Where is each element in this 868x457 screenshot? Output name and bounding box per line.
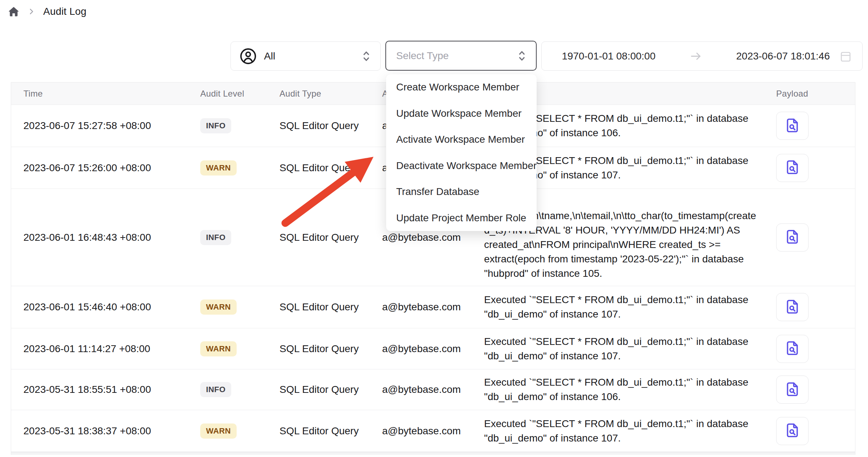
type-dropdown-option[interactable]: Deactivate Workspace Member xyxy=(386,153,537,179)
file-search-icon xyxy=(784,422,801,440)
payload-view-button[interactable] xyxy=(776,112,809,140)
page-title: Audit Log xyxy=(43,6,86,17)
level-badge: WARN xyxy=(200,300,237,315)
cell-audit-type: SQL Editor Query xyxy=(279,343,382,355)
table-row: 2023-05-31 18:38:37 +08:00 WARN SQL Edit… xyxy=(11,410,855,452)
cell-comment: Executed `"SELECT * FROM db_ui_demo.t1;"… xyxy=(484,417,765,445)
cell-comment: Executed `"SELECT * FROM db_ui_demo.t1;"… xyxy=(484,293,765,321)
type-dropdown-option[interactable]: Transfer Database xyxy=(386,179,537,205)
payload-view-button[interactable] xyxy=(776,335,809,363)
column-header-time: Time xyxy=(23,89,200,99)
home-icon[interactable] xyxy=(8,6,19,17)
date-range-picker[interactable]: 1970-01-01 08:00:00 2023-06-07 18:01:46 xyxy=(541,41,863,71)
chevron-right-icon xyxy=(27,8,35,15)
type-dropdown-option[interactable]: Update Workspace Member xyxy=(386,101,537,127)
cell-audit-type: SQL Editor Query xyxy=(279,301,382,313)
calendar-icon xyxy=(839,50,852,63)
cell-actor: a@bytebase.com xyxy=(382,384,484,395)
level-badge: INFO xyxy=(200,382,231,397)
level-badge: INFO xyxy=(200,230,231,245)
cell-actor: a@bytebase.com xyxy=(382,232,484,243)
cell-time: 2023-06-01 16:48:43 +08:00 xyxy=(23,232,200,243)
table-row: 2023-05-31 18:55:51 +08:00 INFO SQL Edit… xyxy=(11,369,855,410)
actor-filter-select[interactable]: All xyxy=(231,41,381,71)
cell-actor: a@bytebase.com xyxy=(382,301,484,313)
breadcrumb: Audit Log xyxy=(8,6,86,17)
type-filter-placeholder: Select Type xyxy=(396,50,516,62)
file-search-icon xyxy=(784,298,801,316)
payload-view-button[interactable] xyxy=(776,417,809,445)
cell-audit-type: SQL Editor Query xyxy=(279,384,382,395)
date-range-end: 2023-06-07 18:01:46 xyxy=(736,50,830,62)
payload-view-button[interactable] xyxy=(776,376,809,404)
payload-view-button[interactable] xyxy=(776,293,809,321)
cell-comment: Executed `"SELECT * FROM db_ui_demo.t1;"… xyxy=(484,375,765,404)
chevron-updown-icon xyxy=(361,50,372,62)
column-header-payload: Payload xyxy=(765,89,855,99)
file-search-icon xyxy=(784,340,801,358)
payload-view-button[interactable] xyxy=(776,154,809,182)
level-badge: WARN xyxy=(200,423,237,439)
cell-time: 2023-05-31 18:38:37 +08:00 xyxy=(23,425,200,437)
cell-time: 2023-06-07 15:27:58 +08:00 xyxy=(23,120,200,132)
cell-time: 2023-06-01 15:46:40 +08:00 xyxy=(23,301,200,313)
column-header-audit-type: Audit Type xyxy=(279,89,382,99)
arrow-right-icon xyxy=(690,50,702,62)
cell-actor: a@bytebase.com xyxy=(382,425,484,437)
type-dropdown-option[interactable]: Update Project Member Role xyxy=(386,205,537,231)
level-badge: WARN xyxy=(200,160,237,176)
date-range-start: 1970-01-01 08:00:00 xyxy=(562,50,656,62)
table-row: 2023-06-01 15:46:40 +08:00 WARN SQL Edit… xyxy=(11,286,855,328)
cell-audit-type: SQL Editor Query xyxy=(279,120,382,132)
file-search-icon xyxy=(784,381,801,399)
cell-actor: a@bytebase.com xyxy=(382,343,484,355)
cell-time: 2023-05-31 18:55:51 +08:00 xyxy=(23,384,200,395)
audit-log-page: Audit Log All Select Type 1970-01-01 08:… xyxy=(0,0,868,457)
cell-audit-type: SQL Editor Query xyxy=(279,162,382,174)
cell-time: 2023-06-01 11:14:27 +08:00 xyxy=(23,343,200,355)
file-search-icon xyxy=(784,228,801,246)
cell-comment: Executed `"SELECT * FROM db_ui_demo.t1;"… xyxy=(484,334,765,363)
type-dropdown-option[interactable]: Activate Workspace Member xyxy=(386,127,537,153)
table-row: 2023-06-01 11:14:27 +08:00 WARN SQL Edit… xyxy=(11,328,855,369)
level-badge: WARN xyxy=(200,341,237,356)
column-header-audit-level: Audit Level xyxy=(200,89,279,99)
cell-time: 2023-06-07 15:26:00 +08:00 xyxy=(23,162,200,174)
file-search-icon xyxy=(784,159,801,177)
user-circle-icon xyxy=(240,48,257,65)
type-filter-select[interactable]: Select Type xyxy=(385,41,537,71)
cell-audit-type: SQL Editor Query xyxy=(279,232,382,243)
level-badge: INFO xyxy=(200,118,231,133)
type-dropdown-menu: Create Workspace Member Update Workspace… xyxy=(386,74,537,231)
partial-next-row xyxy=(11,452,855,455)
cell-audit-type: SQL Editor Query xyxy=(279,425,382,437)
chevron-updown-icon xyxy=(516,50,527,62)
file-search-icon xyxy=(784,117,801,135)
actor-filter-value: All xyxy=(264,50,354,62)
type-dropdown-option[interactable]: Create Workspace Member xyxy=(386,74,537,101)
payload-view-button[interactable] xyxy=(776,223,809,252)
